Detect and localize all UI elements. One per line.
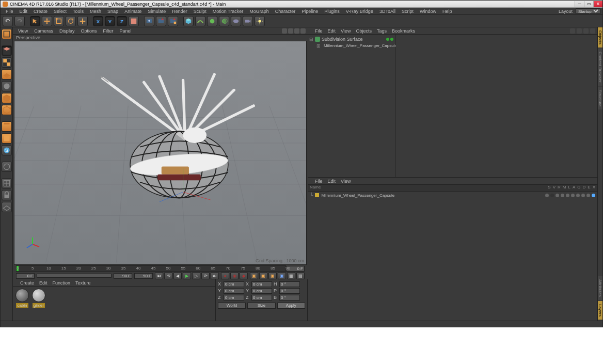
layer-l-icon[interactable] xyxy=(566,194,569,197)
layer-e-icon[interactable] xyxy=(586,194,590,197)
primitive-button[interactable] xyxy=(183,16,194,26)
edge-mode-button[interactable] xyxy=(2,121,12,132)
keyframe-sel-button[interactable]: ◆ xyxy=(240,272,248,279)
prev-key-button[interactable]: ⟲ xyxy=(164,272,172,279)
tweak-mode-button[interactable] xyxy=(2,162,12,172)
goto-end-button[interactable]: ⏭ xyxy=(211,272,219,279)
scale-key-button[interactable]: ▣ xyxy=(259,272,267,279)
make-editable-button[interactable] xyxy=(2,29,12,39)
menu-snap[interactable]: Snap xyxy=(104,9,121,14)
pos-key-button[interactable]: ▣ xyxy=(250,272,258,279)
material-item[interactable]: girder xyxy=(31,289,46,308)
rot-key-button[interactable]: ▣ xyxy=(268,272,277,279)
expand-icon[interactable]: ⊟ xyxy=(309,37,313,42)
menu-create[interactable]: Create xyxy=(30,9,51,14)
x-axis-button[interactable]: X xyxy=(93,16,103,26)
menu-select[interactable]: Select xyxy=(51,9,70,14)
menu-render[interactable]: Render xyxy=(169,9,191,14)
om-menu-file[interactable]: File xyxy=(315,28,323,34)
close-button[interactable]: ✕ xyxy=(593,1,602,7)
menu-script[interactable]: Script xyxy=(399,9,417,14)
move-tool-button[interactable] xyxy=(42,16,52,26)
autokey-button[interactable]: ◉ xyxy=(230,272,239,279)
take-row[interactable]: └ Millennium_Wheel_Passenger_Capsule xyxy=(308,192,597,199)
camera-button[interactable] xyxy=(243,16,253,26)
tk-menu-edit[interactable]: Edit xyxy=(328,179,336,184)
start-frame-field[interactable]: 0 F xyxy=(16,273,35,279)
om-menu-bookmarks[interactable]: Bookmarks xyxy=(392,28,415,34)
play-button[interactable]: ▶ xyxy=(183,272,191,279)
tk-menu-file[interactable]: File xyxy=(315,179,323,184)
vp-menu-view[interactable]: View xyxy=(15,28,31,34)
menu-vray[interactable]: V-Ray Bridge xyxy=(343,9,376,14)
minimize-button[interactable]: ─ xyxy=(575,1,584,7)
render-dot[interactable] xyxy=(390,38,393,41)
coord-apply-button[interactable]: Apply xyxy=(277,303,305,309)
goto-start-button[interactable]: ⏮ xyxy=(155,272,163,279)
object-tree-row[interactable]: ⊟ Subdivision Surface xyxy=(309,36,393,42)
mat-menu-texture[interactable]: Texture xyxy=(75,280,91,286)
tab-objects[interactable]: Objects xyxy=(598,27,602,48)
take-name[interactable]: Millennium_Wheel_Passenger_Capsule xyxy=(321,193,394,198)
tab-structure[interactable]: Structure xyxy=(598,87,602,109)
om-menu-edit[interactable]: Edit xyxy=(328,28,336,34)
rot-b-field[interactable]: 0 ° xyxy=(279,295,300,300)
size-y-field[interactable]: 0 cm xyxy=(251,288,272,294)
menu-simulate[interactable]: Simulate xyxy=(145,9,169,14)
pos-x-field[interactable]: 0 cm xyxy=(224,281,244,287)
end-frame-field-2[interactable]: 90 F xyxy=(134,273,153,279)
model-mode-button[interactable] xyxy=(2,45,12,56)
spline-button[interactable] xyxy=(195,16,205,26)
pla-key-button[interactable]: ▦ xyxy=(287,272,295,279)
vp-nav-pan-icon[interactable] xyxy=(282,28,287,34)
render-region-button[interactable] xyxy=(156,16,166,26)
vp-nav-toggle-icon[interactable] xyxy=(300,28,306,34)
menu-character[interactable]: Character xyxy=(272,9,299,14)
vp-menu-filter[interactable]: Filter xyxy=(100,28,116,34)
menu-window[interactable]: Window xyxy=(417,9,439,14)
object-tree-row[interactable]: ⊞ Millennium_Wheel_Passenger_Capsule xyxy=(309,42,393,49)
menu-3dtoall[interactable]: 3DToAll xyxy=(376,9,399,14)
tab-content-browser[interactable]: Content Browser xyxy=(598,49,602,86)
om-home-icon[interactable] xyxy=(577,28,582,34)
coord-system-button[interactable] xyxy=(129,16,139,26)
axis-mode-button[interactable] xyxy=(2,93,12,103)
visibility-dot[interactable] xyxy=(386,38,389,41)
layer-d-icon[interactable] xyxy=(581,194,585,197)
tk-menu-view[interactable]: View xyxy=(341,179,351,184)
y-axis-button[interactable]: Y xyxy=(105,16,115,26)
layer-r-icon[interactable] xyxy=(556,194,559,197)
snap-button[interactable] xyxy=(2,178,12,188)
light-button[interactable] xyxy=(255,16,265,26)
generator-button[interactable] xyxy=(207,16,217,26)
vp-menu-cameras[interactable]: Cameras xyxy=(31,28,56,34)
tab-attributes[interactable]: Attributes xyxy=(598,276,602,300)
timeline-ruler[interactable]: 051015202530354045505560657075808590 xyxy=(16,265,286,272)
layout-select[interactable]: Startup xyxy=(576,8,600,14)
mat-menu-edit[interactable]: Edit xyxy=(39,280,47,286)
vp-menu-panel[interactable]: Panel xyxy=(116,28,134,34)
render-view-button[interactable] xyxy=(144,16,154,26)
deformer-button[interactable] xyxy=(219,16,229,26)
vp-menu-display[interactable]: Display xyxy=(56,28,78,34)
om-menu-tags[interactable]: Tags xyxy=(377,28,387,34)
end-frame-field-1[interactable]: 90 F xyxy=(114,273,132,279)
vp-nav-zoom-icon[interactable] xyxy=(288,28,293,34)
object-mode-button[interactable] xyxy=(2,81,12,91)
layer-m-icon[interactable] xyxy=(561,194,564,197)
next-key-button[interactable]: ⟳ xyxy=(201,272,210,279)
environment-button[interactable] xyxy=(231,16,241,26)
polygon-mode-button[interactable] xyxy=(2,133,12,144)
workplane-mode-button[interactable] xyxy=(2,69,12,80)
menu-mograph[interactable]: MoGraph xyxy=(246,9,272,14)
layer-v-icon[interactable] xyxy=(550,194,554,197)
coord-size-select[interactable]: Size xyxy=(247,303,275,309)
point-mode-button[interactable] xyxy=(2,105,12,115)
menu-plugins[interactable]: Plugins xyxy=(321,9,343,14)
menu-edit[interactable]: Edit xyxy=(17,9,31,14)
om-menu-view[interactable]: View xyxy=(341,28,351,34)
prev-frame-button[interactable]: ◀ xyxy=(173,272,182,279)
layer-color-icon[interactable] xyxy=(315,193,319,197)
select-tool-button[interactable] xyxy=(30,16,40,26)
om-menu-objects[interactable]: Objects xyxy=(356,28,372,34)
